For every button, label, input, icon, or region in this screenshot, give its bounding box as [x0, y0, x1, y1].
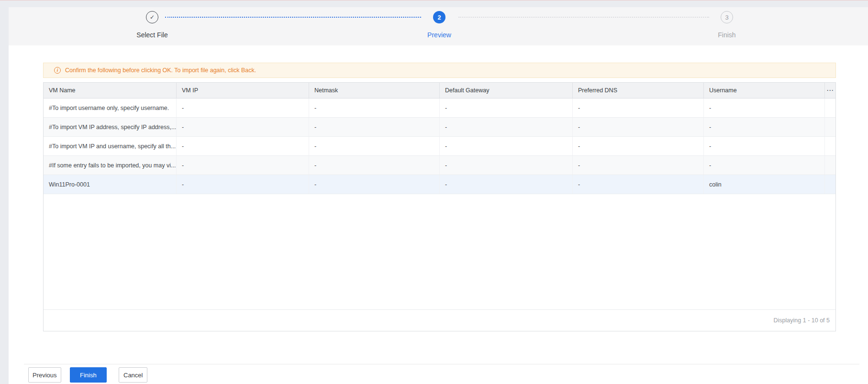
cell-username: - [704, 137, 825, 155]
cell-vm-name: #To import VM IP and username, specify a… [44, 137, 177, 155]
cell-netmask: - [309, 118, 440, 136]
cell-vm-ip: - [177, 137, 309, 155]
cell-preferred-dns: - [573, 137, 704, 155]
column-header-netmask: Netmask [309, 83, 440, 98]
cell-default-gateway: - [440, 99, 573, 117]
cell-username: - [704, 156, 825, 175]
cell-username: colin [704, 175, 825, 194]
column-header-username: Username [704, 83, 825, 98]
cell-options [825, 118, 835, 136]
cell-default-gateway: - [440, 137, 573, 155]
cell-preferred-dns: - [573, 99, 704, 117]
cell-vm-ip: - [177, 118, 309, 136]
step3-label-finish: Finish [689, 31, 765, 39]
more-columns-icon[interactable]: ⋯ [826, 88, 834, 93]
column-header-default-gateway: Default Gateway [440, 83, 573, 98]
cell-netmask: - [309, 99, 440, 117]
cancel-button[interactable]: Cancel [119, 367, 147, 383]
cell-preferred-dns: - [573, 118, 704, 136]
cell-vm-name: Win11Pro-0001 [44, 175, 177, 194]
column-header-vm-name: VM Name [44, 83, 177, 98]
cell-options [825, 175, 835, 194]
cell-vm-name: #To import username only, specify userna… [44, 99, 177, 117]
finish-button[interactable]: Finish [70, 367, 107, 383]
cell-preferred-dns: - [573, 175, 704, 194]
footer-divider [24, 364, 859, 364]
top-background-strip [9, 0, 868, 7]
column-header-vm-ip: VM IP [177, 83, 309, 98]
cell-vm-ip: - [177, 156, 309, 175]
cell-vm-name: #To import VM IP address, specify IP add… [44, 118, 177, 136]
step2-number-circle: 2 [433, 11, 445, 23]
table-row[interactable]: #To import username only, specify userna… [44, 99, 835, 118]
vm-preview-table: VM Name VM IP Netmask Default Gateway Pr… [43, 82, 836, 331]
column-options-cell: ⋯ [825, 83, 835, 98]
import-wizard-page: ✓ Select File 2 Preview 3 Finish i Confi… [0, 0, 868, 384]
info-icon: i [54, 67, 61, 74]
table-empty-area [44, 194, 835, 309]
step2-label-preview: Preview [401, 31, 478, 39]
cell-vm-ip: - [177, 175, 309, 194]
cell-preferred-dns: - [573, 156, 704, 175]
table-row[interactable]: #To import VM IP address, specify IP add… [44, 118, 835, 137]
cell-vm-name: #If some entry fails to be imported, you… [44, 156, 177, 175]
column-header-preferred-dns: Preferred DNS [573, 83, 704, 98]
cell-netmask: - [309, 137, 440, 155]
cell-default-gateway: - [440, 175, 573, 194]
wizard-steps: ✓ Select File 2 Preview 3 Finish [9, 7, 868, 45]
cell-default-gateway: - [440, 118, 573, 136]
banner-text: Confirm the following before clicking OK… [65, 67, 256, 74]
cell-default-gateway: - [440, 156, 573, 175]
cell-options [825, 156, 835, 175]
table-row[interactable]: #To import VM IP and username, specify a… [44, 137, 835, 156]
step3-number-circle: 3 [721, 11, 733, 23]
cell-netmask: - [309, 175, 440, 194]
step1-label-select-file: Select File [114, 31, 190, 39]
table-row-highlighted[interactable]: Win11Pro-0001 - - - - colin [44, 175, 835, 194]
cell-username: - [704, 118, 825, 136]
step3-number: 3 [725, 14, 728, 21]
left-background-strip [0, 0, 9, 384]
table-header-row: VM Name VM IP Netmask Default Gateway Pr… [44, 83, 835, 99]
step2-number: 2 [437, 14, 441, 21]
cell-username: - [704, 99, 825, 117]
cell-options [825, 99, 835, 117]
step-connector-pending [458, 17, 709, 18]
cell-options [825, 137, 835, 155]
table-row[interactable]: #If some entry fails to be imported, you… [44, 156, 835, 175]
result-count: Displaying 1 - 10 of 5 [774, 317, 830, 324]
step-connector-active [165, 17, 421, 18]
check-icon: ✓ [150, 14, 155, 21]
confirm-warning-banner: i Confirm the following before clicking … [43, 63, 836, 78]
previous-button[interactable]: Previous [28, 367, 61, 383]
cell-netmask: - [309, 156, 440, 175]
cell-vm-ip: - [177, 99, 309, 117]
step1-check-circle: ✓ [146, 11, 158, 23]
pagination-bar: Displaying 1 - 10 of 5 [44, 309, 835, 331]
